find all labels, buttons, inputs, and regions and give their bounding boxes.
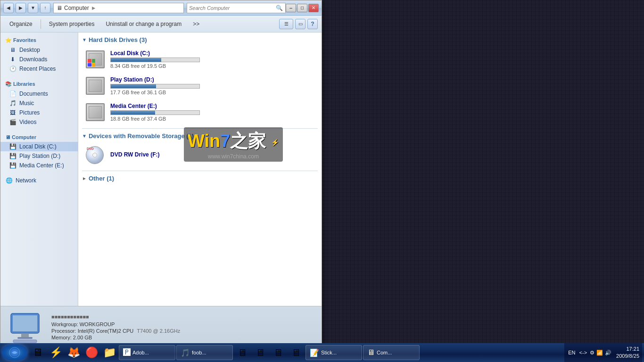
drive-e-info: Media Center (E:) 18.8 GB free of 37.4 G… (110, 103, 314, 122)
drive-d-bar-container (110, 84, 200, 89)
sticky-label: Stick... (321, 350, 337, 355)
drive-item-d[interactable]: Play Station (D:) 17.7 GB free of 36.1 G… (82, 74, 318, 98)
search-icon[interactable]: 🔍 (275, 4, 283, 12)
help-button[interactable]: ? (307, 19, 318, 29)
removable-section-header[interactable]: ▼ Devices with Removable Storage (1) (82, 132, 318, 140)
clock[interactable]: 17:21 2009/8/25 (613, 346, 639, 360)
taskbar-icon-8[interactable]: 🖥 (270, 345, 287, 360)
search-bar[interactable]: 🔍 (187, 3, 286, 13)
language-indicator[interactable]: EN (567, 350, 576, 355)
sidebar-item-music[interactable]: 🎵 Music (0, 99, 78, 108)
comp-label: Com... (377, 350, 392, 355)
computer-hostname: ■■■■■■■■■■■■ (51, 314, 316, 320)
clock-date: 2009/8/25 (616, 353, 639, 360)
sidebar-libraries-header[interactable]: 📚 Libraries (0, 79, 78, 89)
section-divider-1 (82, 128, 318, 129)
sidebar-item-play-d[interactable]: 💾 Play Station (D:) (0, 151, 78, 161)
view-options-button[interactable]: ☰ (279, 19, 293, 29)
sidebar-item-pictures[interactable]: 🖼 Pictures (0, 108, 78, 117)
network-tray-icon[interactable]: 📶 (596, 350, 603, 356)
taskbar-app-sticky[interactable]: 📝 Stick... (305, 345, 362, 360)
more-button[interactable]: >> (188, 17, 205, 31)
forward-button[interactable]: ▶ (16, 3, 26, 13)
drive-d-info: Play Station (D:) 17.7 GB free of 36.1 G… (110, 76, 314, 95)
volume-tray-icon[interactable]: 🔊 (605, 350, 611, 356)
sidebar-item-documents[interactable]: 📄 Documents (0, 89, 78, 99)
foob-icon: 🎵 (181, 348, 190, 357)
sidebar-item-downloads-label: Downloads (19, 56, 47, 63)
sidebar-item-videos[interactable]: 🎬 Videos (0, 117, 78, 127)
organize-button[interactable]: Organize (4, 17, 38, 31)
system-tray-icon-1[interactable]: ⚙ (590, 350, 594, 356)
sidebar-item-network[interactable]: 🌐 Network (0, 176, 78, 185)
drive-d-disk-icon (86, 77, 105, 95)
taskbar-icon-3[interactable]: 🦊 (65, 345, 82, 360)
hdd-section-header[interactable]: ▼ Hard Disk Drives (3) (82, 36, 318, 43)
breadcrumb-arrow: ► (91, 5, 97, 11)
computer-label: Computer (12, 134, 36, 140)
workgroup-label: Workgroup: WORKGROUP (51, 321, 316, 327)
sidebar-item-local-c[interactable]: 💾 Local Disk (C:) (0, 142, 78, 151)
system-tray: EN <-> ⚙ 📶 🔊 17:21 2009/8/25 (564, 343, 642, 362)
sidebar-computer-header[interactable]: 🖥 Computer (0, 132, 78, 142)
sidebar-item-media-e[interactable]: 💾 Media Center (E:) (0, 161, 78, 170)
removable-section-label: Devices with Removable Storage (1) (89, 132, 194, 140)
taskbar-icon-7[interactable]: 🖥 (252, 345, 269, 360)
desktop: ◀ ▶ ▼ ↑ 🖥 Computer ► 🔍 – □ ✕ Organi (0, 0, 644, 362)
dropdown-button[interactable]: ▼ (28, 3, 38, 13)
back-button[interactable]: ◀ (3, 3, 14, 13)
sidebar-item-desktop[interactable]: 🖥 Desktop (0, 45, 78, 55)
drive-d-bar (111, 84, 156, 88)
keyboard-indicator[interactable]: <-> (578, 350, 588, 355)
taskbar: 🖥 ⚡ 🦊 🔴 📁 🅿 Adob... 🎵 foob... (0, 343, 644, 362)
sidebar-network: 🌐 Network (0, 176, 78, 185)
sidebar-favorites-header[interactable]: ⭐ Favorites (0, 35, 78, 45)
drive-c-size: 8.34 GB free of 19.5 GB (110, 63, 314, 69)
uninstall-button[interactable]: Uninstall or change a program (100, 17, 187, 31)
processor-label: Processor: Intel(R) Core(TM)2 CPU T7400 … (51, 328, 316, 334)
taskbar-icon-1[interactable]: 🖥 (29, 345, 46, 360)
favorites-label: Favorites (13, 37, 36, 43)
drive-c-disk-icon (86, 50, 105, 68)
status-bar: ■■■■■■■■■■■■ Workgroup: WORKGROUP Proces… (0, 306, 322, 348)
foob-label: foob... (192, 350, 206, 355)
drive-e-name: Media Center (E:) (110, 103, 314, 109)
drive-d-size: 17.7 GB free of 36.1 GB (110, 90, 314, 95)
drive-item-f[interactable]: DVD DVD RW Drive (F:) (82, 143, 318, 167)
sticky-icon: 📝 (310, 348, 319, 357)
breadcrumb[interactable]: 🖥 Computer ► (53, 3, 184, 13)
hdd-section-label: Hard Disk Drives (3) (89, 36, 147, 43)
other-section-header[interactable]: ► Other (1) (82, 175, 318, 182)
libraries-icon: 📚 (5, 81, 13, 87)
taskbar-icon-5[interactable]: 📁 (101, 345, 118, 360)
drive-item-e[interactable]: Media Center (E:) 18.8 GB free of 37.4 G… (82, 100, 318, 124)
computer-icon-large (6, 311, 44, 344)
tray-items: EN <-> ⚙ 📶 🔊 (567, 350, 611, 356)
taskbar-icon-4[interactable]: 🔴 (83, 345, 100, 360)
search-input[interactable] (189, 5, 275, 11)
drive-e-size: 18.8 GB free of 37.4 GB (110, 116, 314, 122)
minimize-button[interactable]: – (286, 4, 296, 12)
taskbar-app-photoshop[interactable]: 🅿 Adob... (119, 345, 175, 360)
breadcrumb-icon: 🖥 (57, 5, 62, 11)
taskbar-icon-2[interactable]: ⚡ (47, 345, 64, 360)
taskbar-icon-9[interactable]: 🖥 (288, 345, 305, 360)
memory-label: Memory: 2.00 GB (51, 335, 316, 340)
taskbar-icon-6[interactable]: 🖥 (234, 345, 251, 360)
preview-pane-button[interactable]: ▭ (295, 19, 305, 29)
drive-item-c[interactable]: Local Disk (C:) 8.34 GB free of 19.5 GB (82, 47, 318, 72)
system-properties-button[interactable]: System properties (44, 17, 100, 31)
drive-f-name: DVD RW Drive (F:) (110, 151, 314, 158)
taskbar-app-comp[interactable]: 🖥 Com... (363, 345, 420, 360)
sidebar-item-recent[interactable]: 🕐 Recent Places (0, 64, 78, 74)
drive-e-icon: 💾 (9, 162, 17, 169)
recent-icon: 🕐 (9, 65, 17, 73)
start-button[interactable] (2, 345, 27, 361)
taskbar-app-foob[interactable]: 🎵 foob... (176, 345, 233, 360)
close-button[interactable]: ✕ (308, 4, 319, 12)
up-button[interactable]: ↑ (40, 3, 50, 13)
maximize-button[interactable]: □ (297, 4, 307, 12)
sidebar-item-downloads[interactable]: ⬇ Downloads (0, 55, 78, 64)
window-controls: – □ ✕ (286, 4, 319, 12)
sidebar-item-desktop-label: Desktop (19, 47, 40, 53)
